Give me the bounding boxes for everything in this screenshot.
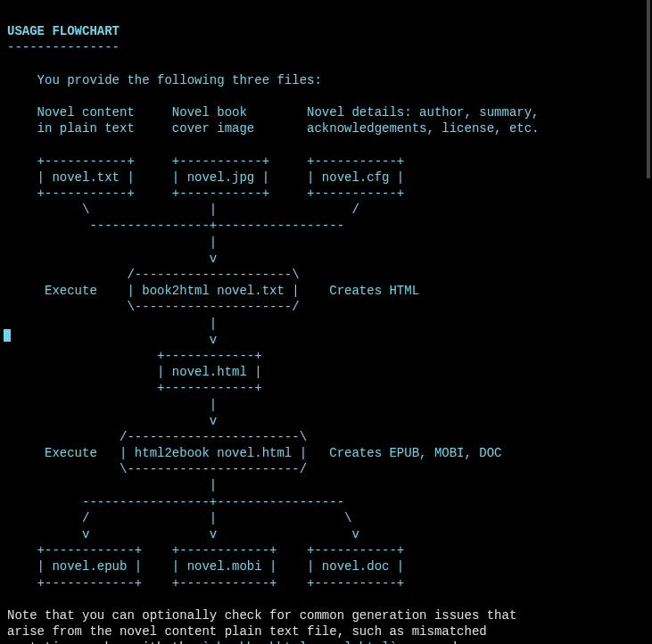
diagram-line: \---------------------/ [7,300,300,314]
diagram-line: | novel.html | [7,365,262,379]
scrollbar-thumb[interactable] [647,0,650,178]
desc-line-2: in plain text cover image acknowledgemen… [7,121,540,136]
diagram-line: v v v [7,527,359,541]
diagram-line: +------------+ [7,349,262,363]
diagram-line: -----------------+----------------- [7,495,344,509]
diagram-line: | [7,317,217,331]
diagram-line: | [7,398,217,412]
diagram-line: +------------+ +------------+ +---------… [7,576,404,590]
diagram-line: +-----------+ +-----------+ +-----------… [7,154,404,169]
diagram-line: Execute | book2html novel.txt | Creates … [7,284,419,298]
document-content: USAGE FLOWCHART --------------- You prov… [0,0,652,644]
diagram-line: Execute | html2ebook novel.html | Create… [7,446,502,460]
title-underline: --------------- [7,40,120,54]
diagram-line: \-----------------------/ [7,462,307,476]
diagram-line: v [7,252,217,266]
diagram-line: /-----------------------\ [7,430,307,444]
diagram-line: | [7,478,217,492]
diagram-line: | novel.txt | | novel.jpg | | novel.cfg … [7,170,404,185]
inline-code-command: `checkbookhtml novel.html` [202,640,396,644]
diagram-line: | [7,235,217,250]
diagram-line: v [7,414,217,428]
terminal-cursor [4,329,11,342]
note-line-1: Note that you can optionally check for c… [7,608,516,623]
diagram-line: v [7,333,217,347]
scrollbar[interactable] [645,0,652,644]
intro-text: You provide the following three files: [7,73,322,87]
note-line-2: arise from the novel content plain text … [7,624,487,639]
section-title: USAGE FLOWCHART [7,24,120,38]
desc-line-1: Novel content Novel book Novel details: … [7,105,540,120]
diagram-line: | novel.epub | | novel.mobi | | novel.do… [7,559,404,574]
note-line-3-suffix: command. [397,640,465,644]
diagram-line: +-----------+ +-----------+ +-----------… [7,186,404,201]
note-line-3-prefix: quotation marks, with the [7,640,202,644]
diagram-line: ----------------+----------------- [7,219,344,233]
diagram-line: / | \ [7,511,351,525]
diagram-line: +------------+ +------------+ +---------… [7,543,404,557]
diagram-line: /---------------------\ [7,268,300,282]
diagram-line: +------------+ [7,381,262,395]
diagram-line: \ | / [7,202,359,217]
